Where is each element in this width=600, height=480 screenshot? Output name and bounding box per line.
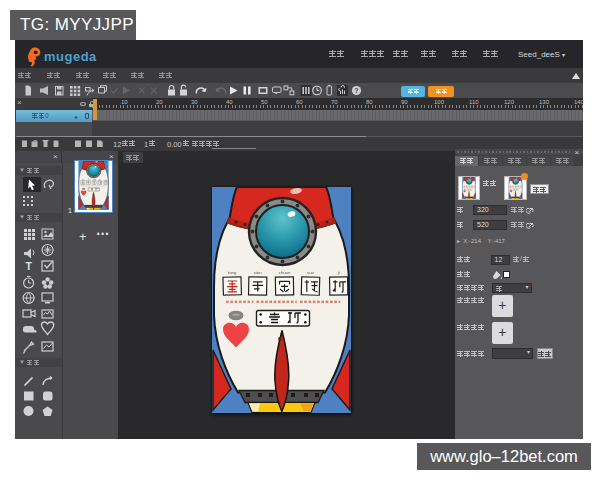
svg-text:T: T (25, 260, 32, 272)
svg-text:?: ? (354, 87, 358, 94)
